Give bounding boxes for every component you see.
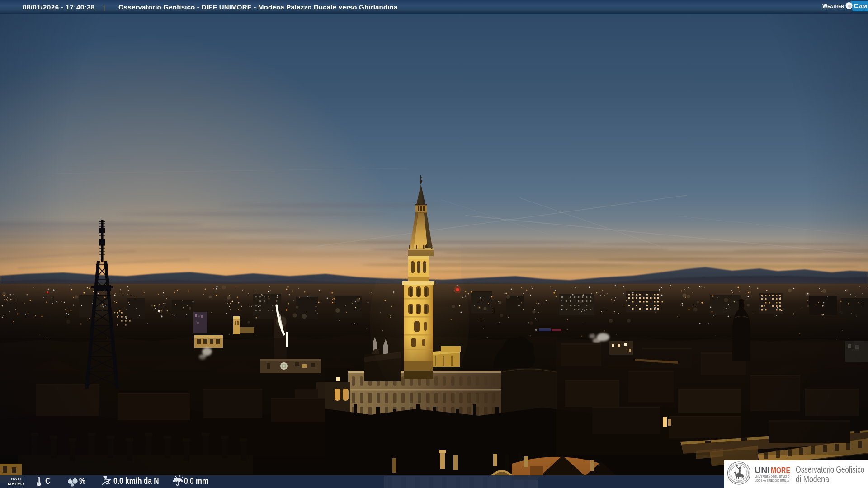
svg-text:UNIVERSITÀ DEGLI STUDI DI: UNIVERSITÀ DEGLI STUDI DI	[755, 474, 790, 479]
svg-text:di Modena: di Modena	[796, 474, 830, 484]
svg-text:Osservatorio Geofisico: Osservatorio Geofisico	[796, 465, 864, 474]
svg-text:MORE: MORE	[771, 465, 790, 475]
svg-text:1175: 1175	[737, 480, 741, 482]
svg-text:WEATHER: WEATHER	[822, 2, 844, 9]
svg-text:MODENA E REGGIO EMILIA: MODENA E REGGIO EMILIA	[755, 479, 789, 483]
svg-text:CAM: CAM	[854, 2, 867, 9]
svg-text:UNI: UNI	[755, 465, 770, 475]
